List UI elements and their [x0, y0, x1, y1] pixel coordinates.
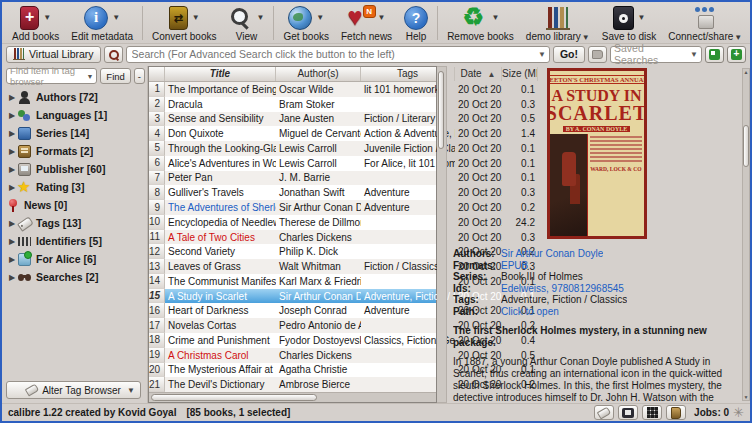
chevron-down-icon[interactable]: ▼ — [316, 13, 324, 22]
table-row[interactable]: 11 A Tale of Two Cities Charles Dickens … — [149, 230, 436, 245]
table-row[interactable]: 16 Heart of Darkness Joseph Conrad Adven… — [149, 303, 436, 318]
tag-browser-category[interactable]: ▶ Series [14] — [6, 124, 145, 142]
scrollbar-thumb[interactable] — [438, 71, 444, 149]
toolbar-button[interactable]: ▼ demo library▼ — [520, 3, 596, 43]
chevron-down-icon[interactable]: ▼ — [734, 33, 742, 42]
toolbar-button[interactable]: ▼ Preferences▼ — [748, 3, 752, 43]
chevron-down-icon: ▼ — [127, 386, 135, 395]
table-row[interactable]: 13 Leaves of Grass Walt Whitman Fiction … — [149, 259, 436, 274]
toggle-book-details-button[interactable] — [666, 405, 686, 420]
table-row[interactable]: 17 Novelas Cortas Pedro Antonio de Alarc… — [149, 318, 436, 333]
find-button[interactable]: Find — [100, 68, 130, 84]
metadata-value[interactable]: Click to open — [501, 306, 559, 318]
tag-browser-category[interactable]: ▶ Publisher [60] — [6, 160, 145, 178]
tag-browser-find-input[interactable]: Find item in tag browser ▼ — [6, 68, 97, 84]
table-row[interactable]: 18 Crime and Punishment Fyodor Dostoyevs… — [149, 333, 436, 348]
metadata-value[interactable]: Edelweiss, 9780812968545 — [501, 283, 624, 295]
chevron-down-icon[interactable]: ▼ — [256, 13, 264, 22]
saved-searches-dropdown[interactable]: Saved Searches ▼ — [610, 46, 702, 63]
tag-browser-category[interactable]: ▶ Formats [2] — [6, 142, 145, 160]
toolbar-button[interactable]: ▼ Fetch news▼ — [335, 3, 398, 43]
advanced-search-button[interactable] — [104, 46, 123, 63]
table-row[interactable]: 14 The Communist Manifesto Karl Marx & F… — [149, 274, 436, 289]
table-row[interactable]: 21 The Devil's Dictionary Ambrose Bierce… — [149, 377, 436, 392]
tag-browser-category[interactable]: ▶ Identifiers [5] — [6, 232, 145, 250]
scroll-up-icon[interactable]: ▲ — [743, 69, 749, 75]
tag-browser-category[interactable]: ▶ For Alice [6] — [6, 250, 145, 268]
expander-icon[interactable]: ▶ — [6, 237, 18, 246]
metadata-value[interactable]: Book III of Holmes — [501, 271, 583, 283]
toolbar-button[interactable]: ▼ Connect/share▼ — [662, 3, 748, 43]
tag-browser-category[interactable]: ▶ Rating [3] — [6, 178, 145, 196]
table-row[interactable]: 5 Through the Looking-Glass Lewis Carrol… — [149, 141, 436, 156]
expander-icon[interactable]: ▶ — [6, 273, 18, 282]
column-header-title[interactable]: Title — [165, 67, 276, 81]
copy-search-to-virtual-library-button[interactable] — [705, 46, 724, 63]
table-row[interactable]: 15 A Study in Scarlet Sir Arthur Conan D… — [149, 289, 436, 304]
chevron-down-icon[interactable]: ▼ — [112, 13, 120, 22]
toolbar-button[interactable]: ▼ Edit metadata▼ — [65, 3, 139, 43]
toggle-cover-browser-button[interactable] — [618, 405, 638, 420]
chevron-down-icon[interactable]: ▼ — [378, 13, 386, 22]
scroll-down-icon[interactable]: ▼ — [743, 394, 749, 400]
expander-icon[interactable]: ▶ — [6, 129, 18, 138]
table-row[interactable]: 2 Dracula Bram Stoker 20 Oct 2010 0.3 — [149, 97, 436, 112]
go-button[interactable]: Go! — [553, 46, 585, 63]
table-row[interactable]: 4 Don Quixote Miguel de Cervantes Saa...… — [149, 126, 436, 141]
column-header-authors[interactable]: Author(s) — [276, 67, 361, 81]
tag-browser-category[interactable]: ▶ News [0] — [6, 196, 145, 214]
details-scrollbar[interactable]: ▲ ▼ — [742, 68, 750, 401]
clear-search-button[interactable] — [588, 46, 607, 63]
metadata-value[interactable]: Sir Arthur Conan Doyle — [501, 248, 603, 260]
collapse-button[interactable]: - — [134, 68, 145, 84]
jobs-status[interactable]: Jobs: 0 — [694, 407, 729, 418]
toolbar-button[interactable]: ▼ View▼ — [222, 3, 270, 43]
toolbar-button[interactable]: ▼ Convert books▼ — [146, 3, 222, 43]
save-search-button[interactable] — [727, 46, 746, 63]
chevron-down-icon[interactable]: ▼ — [538, 50, 546, 59]
tag-browser-category[interactable]: ▶ Authors [72] — [6, 88, 145, 106]
expander-icon[interactable]: ▶ — [6, 147, 18, 156]
chevron-down-icon[interactable]: ▼ — [638, 13, 646, 22]
toolbar-button[interactable]: ▼ Help▼ — [398, 3, 434, 43]
toggle-cover-grid-button[interactable] — [642, 405, 662, 420]
jobs-spinner-icon[interactable]: ✳ — [733, 405, 744, 420]
table-row[interactable]: 20 The Mysterious Affair at Styles Agath… — [149, 363, 436, 378]
toolbar-button-label: Edit metadata▼ — [71, 31, 133, 42]
expander-icon[interactable]: ▶ — [6, 165, 18, 174]
expander-icon[interactable]: ▶ — [6, 255, 18, 264]
expander-icon[interactable]: ▶ — [6, 111, 18, 120]
search-input[interactable] — [126, 46, 550, 63]
metadata-value[interactable]: EPUB — [501, 260, 528, 272]
tag-browser-category[interactable]: ▶ Tags [13] — [6, 214, 145, 232]
toolbar-button[interactable]: ▼ Remove books▼ — [441, 3, 520, 43]
expander-icon[interactable]: ▶ — [6, 93, 18, 102]
scrollbar-thumb[interactable] — [151, 394, 317, 401]
chevron-down-icon[interactable]: ▼ — [43, 13, 51, 22]
tag-browser-category[interactable]: ▶ Languages [1] — [6, 106, 145, 124]
table-row[interactable]: 6 Alice's Adventures in Wonder... Lewis … — [149, 156, 436, 171]
chevron-down-icon[interactable]: ▼ — [192, 13, 200, 22]
table-row[interactable]: 19 A Christmas Carol Charles Dickens 20 … — [149, 348, 436, 363]
toggle-tag-browser-button[interactable] — [594, 405, 614, 420]
table-row[interactable]: 1 The Importance of Being Ear... Oscar W… — [149, 82, 436, 97]
table-row[interactable]: 12 Second Variety Philip K. Dick 20 Oct … — [149, 244, 436, 259]
metadata-value[interactable]: Adventure, Fiction / Classics — [501, 294, 627, 306]
table-row[interactable]: 10 Encyclopedia of Needlework Therese de… — [149, 215, 436, 230]
alter-tag-browser-button[interactable]: Alter Tag Browser ▼ — [6, 381, 141, 399]
chevron-down-icon[interactable]: ▼ — [492, 13, 500, 22]
toolbar-button[interactable]: ▼ Get books▼ — [277, 3, 335, 43]
toolbar-button[interactable]: ▼ Add books▼ — [6, 3, 65, 43]
horizontal-scrollbar[interactable] — [149, 392, 436, 402]
table-row[interactable]: 9 The Adventures of Sherlock ... Sir Art… — [149, 200, 436, 215]
tag-browser-category[interactable]: ▶ Searches [2] — [6, 268, 145, 286]
scrollbar-thumb[interactable] — [743, 125, 749, 167]
toolbar-button[interactable]: ▼ Save to disk▼ — [596, 3, 662, 43]
vertical-scrollbar[interactable] — [437, 66, 447, 403]
book-cover[interactable]: BEETON'S CHRISTMAS ANNUAL A STUDY IN SCA… — [547, 68, 647, 239]
table-row[interactable]: 3 Sense and Sensibility Jane Austen Fict… — [149, 112, 436, 127]
table-row[interactable]: 7 Peter Pan J. M. Barrie 20 Oct 2010 0.1 — [149, 171, 436, 186]
virtual-library-button[interactable]: Virtual Library — [6, 46, 101, 63]
table-row[interactable]: 8 Gulliver's Travels Jonathan Swift Adve… — [149, 185, 436, 200]
chevron-down-icon[interactable]: ▼ — [582, 33, 590, 42]
